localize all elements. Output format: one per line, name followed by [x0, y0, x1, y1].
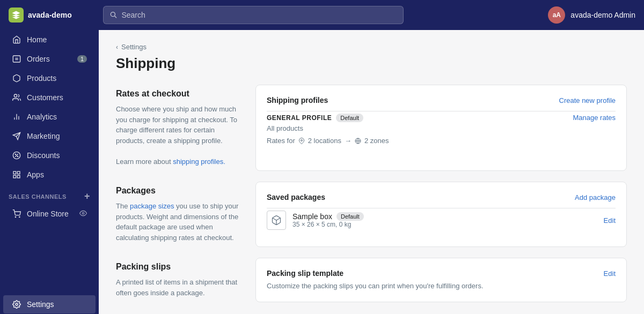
- svg-point-18: [15, 216, 16, 217]
- packages-section: Packages The package sizes you use to sh…: [116, 182, 627, 247]
- profile-label: GENERAL PROFILE: [267, 114, 332, 122]
- packages-section-title: Packages: [116, 186, 245, 196]
- svg-point-21: [16, 303, 18, 305]
- add-package-button[interactable]: Add package: [575, 193, 616, 201]
- sidebar-item-products[interactable]: Products: [3, 69, 96, 87]
- topbar: avada-demo aA avada-demo Admin: [0, 0, 644, 30]
- rates-section-title: Rates at checkout: [116, 89, 245, 99]
- packing-slip-card-title: Packing slip template: [267, 269, 343, 278]
- shipping-profiles-link[interactable]: shipping profiles.: [173, 158, 225, 166]
- all-products-label: All products: [267, 124, 389, 132]
- analytics-icon: [12, 112, 21, 122]
- store-name: avada-demo: [28, 11, 72, 19]
- discounts-icon: [12, 151, 21, 160]
- settings-icon: [12, 300, 21, 309]
- package-name: Sample box: [292, 212, 332, 221]
- package-dimensions: 35 × 26 × 5 cm, 0 kg: [292, 221, 597, 228]
- breadcrumb-chevron: ‹: [116, 43, 118, 51]
- saved-packages-card: Saved packages Add package Sample box De…: [255, 182, 627, 247]
- svg-rect-15: [17, 171, 20, 174]
- package-icon: [267, 211, 286, 230]
- breadcrumb[interactable]: ‹ Settings: [116, 43, 627, 51]
- sidebar-home-label: Home: [27, 35, 87, 44]
- package-info: Sample box Default 35 × 26 × 5 cm, 0 kg: [292, 212, 597, 228]
- svg-rect-17: [17, 175, 20, 178]
- manage-rates-button[interactable]: Manage rates: [573, 114, 616, 122]
- sidebar-item-analytics[interactable]: Analytics: [3, 108, 96, 126]
- sidebar-settings-label: Settings: [27, 300, 87, 309]
- sidebar-products-label: Products: [27, 74, 87, 83]
- svg-point-20: [82, 212, 84, 214]
- svg-rect-16: [13, 175, 16, 178]
- location-icon: [298, 138, 305, 144]
- admin-name: avada-demo Admin: [570, 11, 635, 19]
- avatar: aA: [548, 6, 565, 24]
- svg-rect-14: [13, 171, 16, 174]
- shipping-profiles-card-title: Shipping profiles: [267, 96, 328, 104]
- create-new-profile-button[interactable]: Create new profile: [559, 96, 616, 104]
- sidebar-item-orders[interactable]: Orders 1: [3, 50, 96, 68]
- arrow-label: →: [345, 137, 352, 145]
- sidebar-item-online-store[interactable]: Online Store: [3, 205, 96, 223]
- box-icon: [271, 215, 282, 226]
- learn-more-text: Learn more about: [116, 158, 173, 166]
- saved-packages-card-title: Saved packages: [267, 193, 325, 201]
- card-header-packages: Saved packages Add package: [267, 193, 616, 201]
- sidebar: Home Orders 1 Products Customers Analy: [0, 30, 99, 314]
- package-sizes-link[interactable]: package sizes: [130, 202, 174, 210]
- edit-package-button[interactable]: Edit: [604, 216, 616, 225]
- packing-slips-section-info: Packing slips A printed list of items in…: [116, 258, 245, 302]
- layout: Home Orders 1 Products Customers Analy: [0, 30, 644, 314]
- sales-channels-header: SALES CHANNELS +: [0, 184, 99, 204]
- packages-divider: [267, 208, 616, 208]
- sidebar-item-settings[interactable]: Settings: [3, 295, 96, 313]
- sidebar-discounts-label: Discounts: [27, 151, 87, 160]
- sidebar-apps-label: Apps: [27, 170, 87, 179]
- rates-at-checkout-section: Rates at checkout Choose where you ship …: [116, 85, 627, 171]
- profile-label-row: GENERAL PROFILE Default: [267, 114, 389, 122]
- sidebar-item-customers[interactable]: Customers: [3, 88, 96, 107]
- svg-point-12: [15, 154, 16, 154]
- packages-section-info: Packages The package sizes you use to sh…: [116, 182, 245, 247]
- svg-point-19: [19, 216, 20, 217]
- svg-rect-2: [13, 56, 20, 62]
- locations-label: 2 locations: [308, 137, 341, 145]
- products-icon: [12, 73, 21, 83]
- orders-icon: [12, 54, 21, 64]
- topbar-right: aA avada-demo Admin: [548, 6, 635, 24]
- sidebar-item-home[interactable]: Home: [3, 31, 96, 49]
- logo-icon: [9, 8, 24, 23]
- rates-section-desc: Choose where you ship and how much you c…: [116, 104, 245, 167]
- search-input[interactable]: [121, 11, 397, 19]
- packing-slips-section: Packing slips A printed list of items in…: [116, 258, 627, 302]
- packing-slip-card-desc: Customize the packing slips you can prin…: [267, 282, 616, 290]
- online-store-icon: [12, 209, 21, 219]
- packing-slips-desc: A printed list of items in a shipment th…: [116, 277, 245, 298]
- sidebar-orders-label: Orders: [27, 55, 72, 63]
- packing-card-header: Packing slip template Edit: [267, 269, 616, 278]
- svg-point-22: [301, 139, 302, 141]
- edit-packing-slip-button[interactable]: Edit: [604, 270, 616, 278]
- packing-slip-template-card: Packing slip template Edit Customize the…: [255, 258, 627, 302]
- rates-section-info: Rates at checkout Choose where you ship …: [116, 85, 245, 171]
- sidebar-item-discounts[interactable]: Discounts: [3, 146, 96, 165]
- card-header-profiles: Shipping profiles Create new profile: [267, 96, 616, 104]
- svg-point-13: [17, 156, 18, 156]
- sidebar-item-apps[interactable]: Apps: [3, 166, 96, 184]
- package-name-row: Sample box Default: [292, 212, 597, 221]
- orders-badge: 1: [77, 55, 87, 63]
- sidebar-footer: Settings: [0, 295, 99, 314]
- customers-icon: [12, 93, 21, 102]
- sidebar-online-store-label: Online Store: [27, 210, 74, 218]
- zones-label: 2 zones: [364, 137, 389, 145]
- add-channel-icon[interactable]: +: [84, 191, 90, 202]
- main-content: ‹ Settings Shipping Rates at checkout Ch…: [99, 30, 644, 314]
- shipping-profiles-card: Shipping profiles Create new profile GEN…: [255, 85, 627, 171]
- eye-icon[interactable]: [79, 210, 87, 219]
- search-bar[interactable]: [103, 6, 404, 24]
- sidebar-item-marketing[interactable]: Marketing: [3, 127, 96, 145]
- card-divider: [267, 111, 616, 111]
- marketing-icon: [12, 131, 21, 141]
- sales-channels-label: SALES CHANNELS: [9, 193, 67, 200]
- logo: avada-demo: [9, 8, 94, 23]
